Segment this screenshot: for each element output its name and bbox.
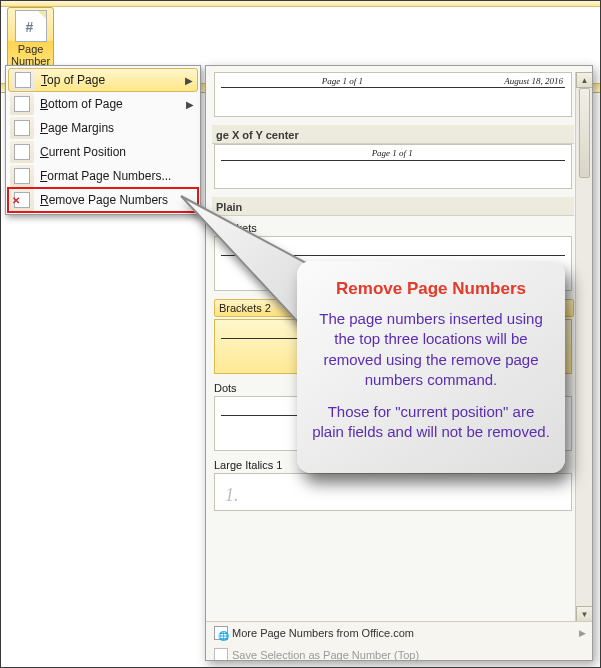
preview-rule: [221, 255, 565, 256]
ribbon-tab-strip: [1, 1, 600, 7]
footer-more-from-office[interactable]: 🌐 More Page Numbers from Office.com ▶: [206, 622, 592, 644]
gallery-scrollbar[interactable]: ▲ ▼: [575, 72, 592, 622]
menu-top-of-page[interactable]: Top of Page ▶: [8, 68, 198, 92]
save-selection-icon: [214, 648, 228, 661]
gallery-footer: 🌐 More Page Numbers from Office.com ▶ Sa…: [206, 621, 592, 661]
scroll-thumb[interactable]: [579, 88, 590, 178]
menu-format-page-numbers[interactable]: Format Page Numbers...: [8, 164, 198, 188]
menu-page-margins[interactable]: Page Margins: [8, 116, 198, 140]
submenu-arrow-icon: ▶: [186, 99, 194, 110]
callout-title: Remove Page Numbers: [311, 279, 551, 299]
menu-label: Remove Page Numbers: [40, 193, 194, 207]
current-position-icon: [14, 144, 30, 160]
page-number-menu: Top of Page ▶ Bottom of Page ▶ Page Marg…: [5, 65, 201, 215]
menu-label: Format Page Numbers...: [40, 169, 194, 183]
remove-page-numbers-icon: [14, 192, 30, 208]
preview-rule: [221, 87, 565, 88]
menu-bottom-of-page[interactable]: Bottom of Page ▶: [8, 92, 198, 116]
menu-label: Page Margins: [40, 121, 194, 135]
menu-current-position[interactable]: Current Position: [8, 140, 198, 164]
menu-label: Bottom of Page: [40, 97, 186, 111]
preview-rule: [221, 160, 565, 161]
footer-save-selection: Save Selection as Page Number (Top): [206, 644, 592, 661]
preview-left-text: Page 1 of 1: [322, 76, 363, 86]
preview-right-text: August 18, 2016: [504, 76, 563, 86]
menu-label: Top of Page: [41, 73, 185, 87]
office-online-icon: 🌐: [214, 626, 228, 640]
page-bottom-icon: [14, 96, 30, 112]
page-number-icon: #: [15, 10, 47, 42]
submenu-arrow-icon: ▶: [185, 75, 193, 86]
gallery-preview-large-italics[interactable]: 1.: [214, 473, 572, 511]
gallery-item-label: Brackets: [214, 222, 574, 234]
callout-paragraph: Those for "current position" are plain f…: [311, 402, 551, 443]
preview-value: 1.: [225, 485, 239, 506]
submenu-arrow-icon: ▶: [579, 628, 586, 638]
gallery-category: ge X of Y center: [212, 125, 574, 144]
page-number-label-line1: Page: [11, 43, 50, 55]
footer-label: Save Selection as Page Number (Top): [232, 649, 586, 661]
format-page-numbers-icon: [14, 168, 30, 184]
page-top-icon: [15, 72, 31, 88]
menu-label: Current Position: [40, 145, 194, 159]
callout-paragraph: The page numbers inserted using the top …: [311, 309, 551, 390]
footer-label: More Page Numbers from Office.com: [232, 627, 579, 639]
preview-center-text: Page 1 of 1: [372, 148, 413, 158]
gallery-preview[interactable]: Page 1 of 1: [214, 144, 572, 189]
page-margins-icon: [14, 120, 30, 136]
scroll-down-button[interactable]: ▼: [576, 606, 593, 622]
explainer-callout: Remove Page Numbers The page numbers ins…: [297, 261, 565, 473]
gallery-preview[interactable]: Page 1 of 1 August 18, 2016: [214, 72, 572, 117]
scroll-up-button[interactable]: ▲: [576, 72, 593, 88]
gallery-category-plain: Plain: [212, 197, 574, 216]
menu-remove-page-numbers[interactable]: Remove Page Numbers: [8, 188, 198, 212]
